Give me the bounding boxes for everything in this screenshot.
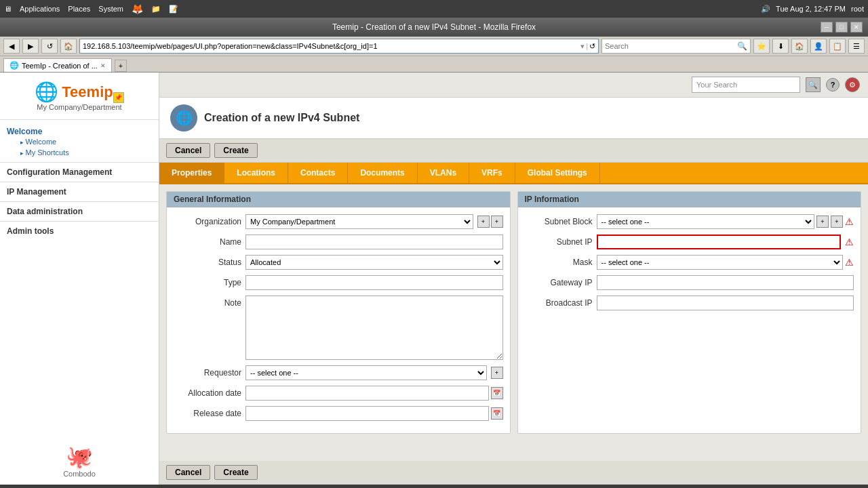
bookmark-icon[interactable]: ⭐ [753, 39, 770, 54]
subnet-ip-input[interactable] [597, 235, 842, 249]
tab-global-settings[interactable]: Global Settings [515, 163, 600, 183]
mask-select-wrap: -- select one -- ⚠ [597, 255, 854, 270]
pin-button[interactable]: 📌 [113, 92, 124, 103]
new-tab-button[interactable]: + [115, 60, 127, 72]
user-button[interactable]: ⚙ [845, 77, 860, 92]
allocation-date-label: Allocation date [174, 388, 241, 398]
browser-tab-active[interactable]: 🌐 TeemIp - Creation of ... ✕ [3, 58, 112, 72]
sidebar-item-ip[interactable]: IP Management [0, 182, 159, 201]
home-button[interactable]: 🏠 [60, 39, 77, 54]
window-controls[interactable]: ─ □ ✕ [821, 22, 863, 33]
org-new-button[interactable]: + [491, 216, 503, 228]
system-menu[interactable]: System [98, 5, 123, 13]
firefox-icon: 🦊 [132, 3, 143, 14]
download-icon[interactable]: ⬇ [772, 39, 789, 54]
applications-menu[interactable]: Applications [20, 5, 60, 13]
gateway-ip-input[interactable] [597, 275, 854, 290]
sidebar-item-welcome-link[interactable]: Welcome [7, 136, 152, 147]
status-select[interactable]: Allocated Reserved Used [245, 255, 503, 270]
logo-text: Teemip [62, 83, 113, 101]
release-date-input-wrap: 📅 [245, 406, 503, 421]
notes-icon: 📝 [169, 5, 178, 14]
organization-row: Organization My Company/Department + + [174, 214, 503, 229]
mask-label: Mask [525, 258, 593, 267]
tab-properties[interactable]: Properties [159, 163, 224, 183]
broadcast-ip-label: Broadcast IP [525, 298, 593, 308]
mask-row: Mask -- select one -- ⚠ [525, 255, 854, 270]
note-label: Note [174, 298, 241, 308]
subnet-block-add-button[interactable]: + [816, 216, 829, 228]
search-magnifier-icon: 🔍 [737, 41, 747, 51]
tab-vlans[interactable]: VLANs [418, 163, 469, 183]
datetime-display: Tue Aug 2, 12:47 PM [776, 5, 846, 13]
create-button-bottom[interactable]: Create [214, 465, 257, 480]
type-label: Type [174, 278, 241, 287]
release-date-input[interactable] [245, 406, 489, 421]
subnet-block-row: Subnet Block -- select one -- + + ⚠ [525, 214, 854, 229]
browser-tab-bar: 🌐 TeemIp - Creation of ... ✕ + [0, 56, 868, 73]
release-date-picker[interactable]: 📅 [491, 407, 503, 420]
refresh-icon[interactable]: ↺ [589, 42, 595, 51]
sidebar-footer: 🐙 Combodo [0, 437, 159, 485]
name-row: Name [174, 235, 503, 249]
note-textarea[interactable] [245, 296, 503, 360]
organization-label: Organization [174, 217, 241, 226]
type-row: Type [174, 275, 503, 290]
allocation-date-picker[interactable]: 📅 [491, 387, 503, 399]
requestor-select[interactable]: -- select one -- [245, 365, 487, 380]
cancel-button-bottom[interactable]: Cancel [166, 465, 210, 480]
subnet-block-new-button[interactable]: + [831, 216, 843, 228]
browser-search-input[interactable] [605, 42, 734, 50]
tab-contacts[interactable]: Contacts [288, 163, 348, 183]
sidebar-navigation: Welcome Welcome My Shortcuts Configurati… [0, 120, 159, 243]
organization-select[interactable]: My Company/Department [245, 214, 473, 229]
close-button[interactable]: ✕ [850, 22, 863, 33]
tab-title: TeemIp - Creation of ... [22, 62, 98, 70]
page-header: 🌐 Creation of a new IPv4 Subnet [159, 98, 868, 139]
tab-vrfs[interactable]: VRFs [469, 163, 515, 183]
home-nav-icon[interactable]: 🏠 [791, 39, 808, 54]
help-button[interactable]: ? [826, 78, 840, 92]
search-button[interactable]: 🔍 [806, 77, 821, 92]
action-bar-bottom: Cancel Create [159, 461, 868, 485]
name-input[interactable] [245, 235, 503, 249]
tab-close-button[interactable]: ✕ [100, 62, 106, 69]
form-panels: General Information Organization My Comp… [166, 191, 861, 434]
sidebar-item-config[interactable]: Configuration Management [0, 162, 159, 182]
reload-button[interactable]: ↺ [41, 39, 58, 54]
allocation-date-input[interactable] [245, 386, 489, 401]
requestor-add-button[interactable]: + [491, 367, 503, 379]
tab-locations[interactable]: Locations [224, 163, 288, 183]
maximize-button[interactable]: □ [835, 22, 848, 33]
places-menu[interactable]: Places [68, 5, 90, 13]
ip-info-panel: IP Information Subnet Block -- select on… [517, 191, 862, 434]
forward-button[interactable]: ▶ [22, 39, 39, 54]
address-bar[interactable]: 192.168.5.103/teemip/web/pages/UI.php?op… [79, 39, 599, 54]
name-label: Name [174, 237, 241, 247]
type-input[interactable] [245, 275, 503, 290]
history-icon[interactable]: 📋 [829, 39, 846, 54]
sidebar-item-shortcuts[interactable]: My Shortcuts [7, 147, 152, 158]
org-add-button[interactable]: + [477, 216, 490, 228]
create-button-top[interactable]: Create [214, 143, 257, 158]
subnet-block-label: Subnet Block [525, 217, 593, 226]
sidebar: 🌐 Teemip 📌 My Company/Department Welcome… [0, 73, 159, 485]
logo-row: 🌐 Teemip 📌 [35, 81, 123, 103]
subnet-ip-label: Subnet IP [525, 237, 593, 247]
tab-documents[interactable]: Documents [348, 163, 417, 183]
browser-search-bar[interactable]: 🔍 [601, 39, 751, 54]
profile-icon[interactable]: 👤 [810, 39, 827, 54]
broadcast-ip-input[interactable] [597, 296, 854, 310]
your-search-label: Your Search [696, 81, 795, 89]
your-search-box[interactable]: Your Search [692, 77, 800, 93]
content-area: Your Search 🔍 ? ⚙ 🌐 Creation of a new IP… [159, 73, 868, 485]
menu-icon[interactable]: ☰ [848, 39, 865, 54]
sidebar-item-welcome[interactable]: Welcome [7, 127, 152, 136]
mask-select[interactable]: -- select one -- [597, 255, 844, 270]
minimize-button[interactable]: ─ [821, 22, 833, 33]
sidebar-item-admin[interactable]: Admin tools [0, 221, 159, 241]
subnet-block-select[interactable]: -- select one -- [597, 214, 815, 229]
cancel-button-top[interactable]: Cancel [166, 143, 210, 158]
back-button[interactable]: ◀ [3, 39, 20, 54]
sidebar-item-data[interactable]: Data administration [0, 201, 159, 221]
